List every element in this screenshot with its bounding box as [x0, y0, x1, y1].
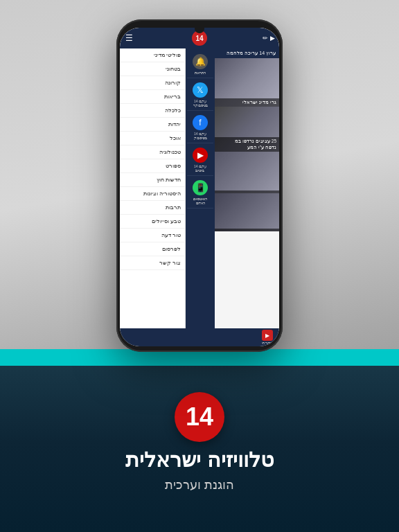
menu-panel[interactable]: פוליטי מדיני בטחוני קורונה בריאות כלכלה … [120, 48, 186, 328]
twitter-block[interactable]: 𝕏 עקבו 14בטיסבוקר [187, 80, 213, 111]
phone-mockup: ☰ 14 ✏ ▶ פוליטי מדיני בטחוני קורונה בריא… [116, 19, 283, 352]
branding-section: 14 טלוויזיה ישראלית הוגנת וערכית [0, 366, 399, 532]
menu-item-tech[interactable]: טכנולוגיה [120, 145, 185, 159]
social-side-panel: 🔔 התראות 𝕏 עקבו 14בטיסבוקר f עקבו 14בפיי… [186, 48, 215, 328]
news-area[interactable]: ערוץ 14 עריכה מלחמה גרי מדינ ישראלי 25 ע… [215, 48, 279, 328]
menu-item-politics[interactable]: פוליטי מדיני [120, 48, 185, 62]
menu-item-opinion[interactable]: טור דעה [120, 229, 185, 242]
menu-item-economy[interactable]: כלכלה [120, 104, 185, 118]
twitter-icon: 𝕏 [193, 82, 208, 98]
news-caption-2: 25 עציצים נרדפו במנדפח ע"י המע [215, 137, 279, 152]
menu-item-security[interactable]: בטחוני [120, 62, 185, 76]
news-caption-1: גרי מדינ ישראלי [215, 98, 279, 107]
whatsapp-block[interactable]: 📱 הוואטסאפהאדום [187, 177, 213, 209]
news-image-3[interactable] [215, 152, 279, 193]
news-top-banner: ערוץ 14 עריכה מלחמה [215, 48, 279, 58]
live-button[interactable]: ▶ שידור חי [262, 330, 274, 345]
edit-icon: ✏ [263, 35, 268, 42]
live-label: שידור חי [262, 341, 274, 345]
whatsapp-icon: 📱 [193, 180, 208, 195]
news-image-1[interactable]: גרי מדינ ישראלי [215, 58, 279, 107]
bottom-nav: ▶ שידור חי [120, 328, 279, 346]
youtube-block[interactable]: ▶ עקבו 14ביוטיוב [187, 145, 213, 176]
menu-item-health[interactable]: בריאות [120, 90, 185, 104]
menu-item-judaism[interactable]: יהדות [120, 118, 185, 132]
bell-icon: 🔔 [193, 54, 208, 69]
news-image-4[interactable] [215, 193, 279, 231]
menu-item-culture[interactable]: תרבות [120, 201, 185, 215]
phone-screen: ☰ 14 ✏ ▶ פוליטי מדיני בטחוני קורונה בריא… [120, 28, 279, 346]
menu-item-food[interactable]: אוכל [120, 132, 185, 145]
facebook-label: עקבו 14בפייסבוק [194, 132, 207, 140]
menu-item-history[interactable]: היסטוריה וציונות [120, 187, 185, 201]
menu-item-corona[interactable]: קורונה [120, 76, 185, 90]
menu-item-world[interactable]: חדשות חוץ [120, 173, 185, 187]
logo-number: 14 [195, 35, 203, 42]
phone-notch [195, 24, 204, 33]
hamburger-icon[interactable]: ☰ [125, 33, 133, 43]
facebook-block[interactable]: f עקבו 14בפייסבוק [187, 112, 213, 143]
news-image-2[interactable]: 25 עציצים נרדפו במנדפח ע"י המע [215, 107, 279, 152]
facebook-icon: f [193, 115, 208, 130]
header-right-icons: ✏ ▶ [263, 35, 275, 42]
whatsapp-label: הוואטסאפהאדום [193, 197, 207, 205]
news-caption-4 [215, 229, 279, 231]
brand-logo-number: 14 [186, 402, 213, 432]
menu-item-contact[interactable]: צור קשר [120, 256, 185, 270]
menu-item-nature[interactable]: טבע וסייולים [120, 215, 185, 229]
youtube-icon: ▶ [193, 148, 208, 163]
app-content: פוליטי מדיני בטחוני קורונה בריאות כלכלה … [120, 48, 279, 328]
youtube-label: עקבו 14ביוטיוב [194, 164, 206, 172]
brand-title: טלוויזיה ישראלית [125, 447, 273, 472]
notifications-block[interactable]: 🔔 התראות [187, 51, 213, 78]
menu-item-sports[interactable]: ספורט [120, 159, 185, 173]
live-icon: ▶ [270, 35, 275, 42]
menu-item-advertise[interactable]: לפרסום [120, 242, 185, 256]
notifications-label: התראות [195, 71, 206, 75]
phone-frame: ☰ 14 ✏ ▶ פוליטי מדיני בטחוני קורונה בריא… [116, 19, 283, 352]
live-icon: ▶ [262, 330, 273, 341]
brand-subtitle: הוגנת וערכית [165, 477, 234, 493]
twitter-label: עקבו 14בטיסבוקר [193, 99, 208, 107]
brand-logo: 14 [175, 392, 224, 442]
